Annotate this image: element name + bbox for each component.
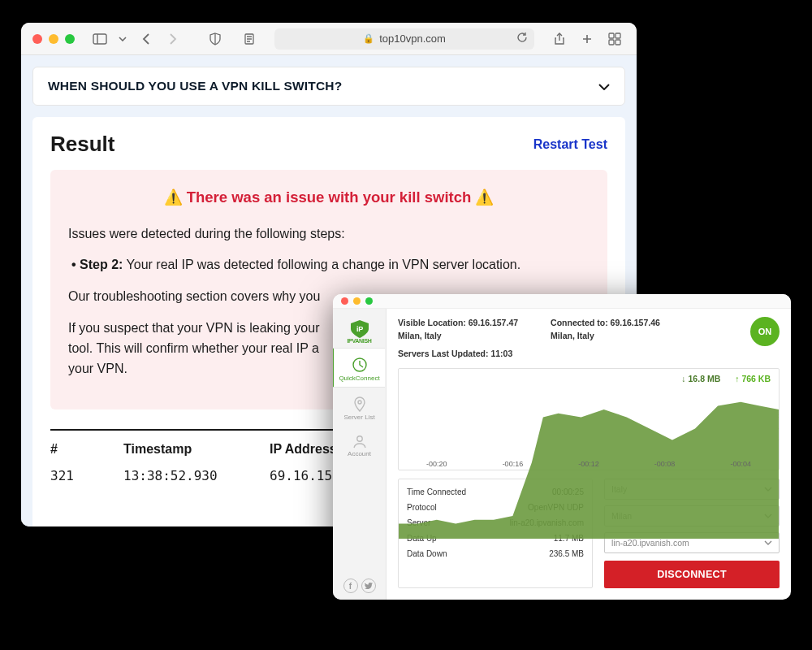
shield-icon[interactable] [205,29,226,49]
sidebar-item-account[interactable]: Account [333,426,387,462]
tabs-overview-icon[interactable] [604,29,625,49]
col-num: # [50,442,99,457]
graph-x-ticks: -00:20 -00:16 -00:12 -00:08 -00:04 [399,460,779,468]
sidebar-item-quickconnect[interactable]: QuickConnect [333,348,385,388]
sidebar-item-serverlist[interactable]: Server List [333,388,387,426]
address-bar[interactable]: 🔒 top10vpn.com [274,28,534,50]
lock-icon: 🔒 [363,33,374,44]
download-total: ↓ 16.8 MB [681,374,720,384]
svg-point-15 [356,436,361,441]
fullscreen-icon[interactable] [365,297,373,305]
window-controls[interactable] [32,34,75,44]
back-button[interactable] [135,29,156,49]
facebook-icon[interactable]: f [343,578,358,593]
alert-step: Step 2: Your real IP was detected follow… [71,255,590,275]
connected-to: Connected to: 69.16.157.46 Milan, Italy [551,317,660,343]
chevron-down-icon[interactable] [117,29,128,49]
ipvanish-window: iP IPVANISH QuickConnect Server List Acc… [333,294,791,600]
reader-icon[interactable] [239,29,260,49]
status-badge: ON [750,317,780,346]
svg-rect-9 [615,33,620,38]
close-icon[interactable] [341,297,348,305]
svg-point-14 [358,401,361,404]
alert-step-label: Step 2: [80,258,123,271]
fullscreen-icon[interactable] [65,34,75,44]
svg-text:iP: iP [356,325,363,333]
restart-test-link[interactable]: Restart Test [533,137,607,152]
forward-button[interactable] [162,29,184,49]
chevron-down-icon [598,79,610,93]
ipvanish-logo: iP IPVANISH [339,315,380,348]
sidebar-toggle-icon[interactable] [89,29,110,49]
minimize-icon[interactable] [353,297,361,305]
minimize-icon[interactable] [49,34,58,44]
svg-rect-0 [93,34,106,44]
svg-rect-10 [609,40,614,45]
alert-step-text: Your real IP was detected following a ch… [123,258,520,271]
upload-total: ↑ 766 KB [735,374,771,384]
svg-rect-8 [609,33,614,38]
svg-rect-11 [615,40,620,45]
vpn-main: Visible Location: 69.16.157.47 Milan, It… [387,309,791,600]
vpn-sidebar: iP IPVANISH QuickConnect Server List Acc… [333,309,387,600]
visible-location: Visible Location: 69.16.157.47 Milan, It… [398,317,518,360]
reload-icon[interactable] [516,32,528,46]
alert-intro: Issues were detected during the followin… [68,224,590,245]
vpn-header: Visible Location: 69.16.157.47 Milan, It… [387,309,791,360]
address-text: top10vpn.com [379,32,446,45]
result-title: Result [50,132,114,157]
throughput-graph: ↓ 16.8 MB ↑ 766 KB -00:20 -00:16 -00:12 … [398,368,780,470]
twitter-icon[interactable] [361,578,376,593]
browser-titlebar: 🔒 top10vpn.com [21,23,637,55]
close-icon[interactable] [32,34,42,44]
alert-banner: ⚠️ There was an issue with your kill swi… [68,186,590,210]
accordion-title: WHEN SHOULD YOU USE A VPN KILL SWITCH? [48,79,342,93]
vpn-titlebar [333,294,791,309]
new-tab-icon[interactable] [577,29,598,49]
faq-accordion[interactable]: WHEN SHOULD YOU USE A VPN KILL SWITCH? [32,67,625,106]
share-icon[interactable] [549,29,570,49]
col-timestamp: Timestamp [123,442,245,457]
disconnect-button[interactable]: DISCONNECT [604,561,780,588]
